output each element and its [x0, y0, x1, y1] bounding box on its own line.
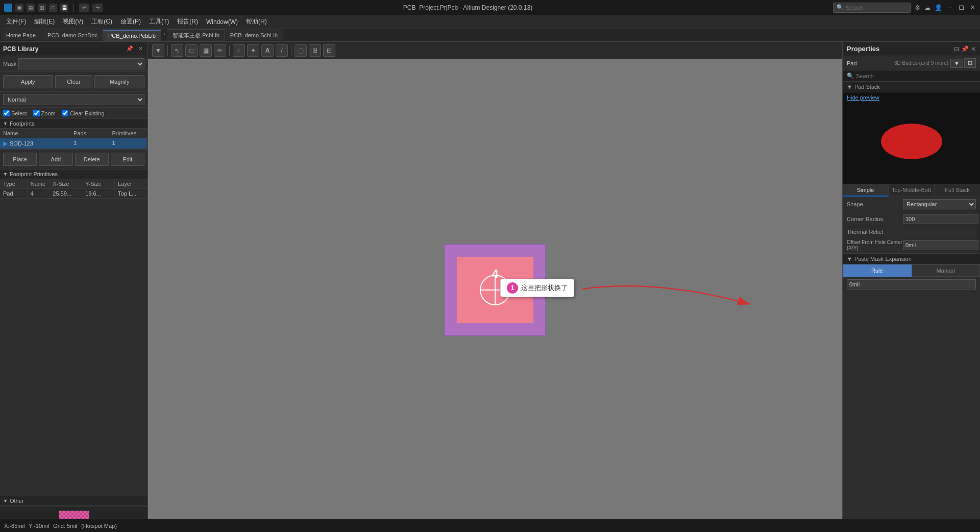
rule-tab[interactable]: Rule: [843, 264, 912, 277]
filter-btn[interactable]: ▼: [152, 44, 164, 57]
corner-radius-input[interactable]: [903, 214, 978, 224]
menu-view[interactable]: 视图(V): [59, 16, 87, 28]
check-btn[interactable]: ⬚: [295, 44, 307, 57]
offset-x-input[interactable]: [903, 240, 978, 250]
panel-header: PCB Library 📌 ✕: [0, 42, 148, 56]
tab-home-page[interactable]: Home Page: [0, 30, 42, 40]
footprints-arrow: ▼: [3, 121, 8, 126]
clear-existing-label[interactable]: Clear Existing: [62, 110, 105, 116]
row-name: SOD-123: [10, 140, 33, 147]
menu-window[interactable]: Window(W): [202, 17, 242, 27]
status-bar: X:-85mil Y:-10mil Grid: 5mil (Hotspot Ma…: [0, 519, 980, 532]
magnify-button[interactable]: Magnify: [94, 75, 144, 88]
place-button[interactable]: Place: [3, 153, 37, 166]
prop-expand-btn[interactable]: ⊟: [964, 58, 976, 68]
paste-mask-arrow: ▼: [847, 256, 852, 262]
taskbar-icon-2[interactable]: ▤: [27, 4, 35, 12]
line-btn[interactable]: /: [276, 44, 288, 57]
footprint-action-buttons: Place Add Delete Edit: [0, 149, 148, 170]
hide-preview-link[interactable]: Hide preview: [847, 94, 879, 101]
menu-edit[interactable]: 编辑(E): [30, 16, 59, 28]
select-checkbox[interactable]: [3, 110, 10, 116]
apply-button[interactable]: Apply: [3, 75, 53, 88]
table-row[interactable]: ▶ SOD-123 1 1: [0, 138, 148, 149]
mask-dropdown[interactable]: [18, 58, 144, 69]
col-primitives[interactable]: Primitives: [109, 129, 148, 138]
col-pads[interactable]: Pads: [70, 129, 109, 138]
star-btn[interactable]: ✦: [247, 44, 259, 57]
user-icon[interactable]: 👤: [935, 4, 942, 11]
chart-btn[interactable]: ▦: [200, 44, 212, 57]
paste-mask-input[interactable]: [847, 279, 976, 289]
tab-pcb-schdoc[interactable]: PCB_demo.SchDoc: [42, 30, 103, 40]
footprints-table-header: Name Pads Primitives: [0, 129, 148, 138]
left-panel: PCB Library 📌 ✕ Mask Apply Clear Magnify…: [0, 42, 148, 532]
prop-filter-btn[interactable]: ▼: [950, 59, 963, 68]
tab-pcb-schlib[interactable]: PCB_demo.SchLib: [225, 30, 283, 40]
edit-button[interactable]: Edit: [111, 153, 144, 166]
footprints-section-header[interactable]: ▼ Footprints: [0, 119, 148, 129]
rectangle-btn[interactable]: □: [185, 44, 198, 57]
zoom-checkbox[interactable]: [33, 110, 40, 116]
preview-oval: [881, 124, 942, 159]
taskbar-icon-1[interactable]: ▣: [15, 4, 23, 12]
prim-table-header: Type Name X-Size Y-Size Layer: [0, 179, 148, 189]
taskbar-icon-3[interactable]: ▥: [38, 4, 46, 12]
select-checkbox-label[interactable]: Select: [3, 110, 27, 116]
restore-btn[interactable]: ⧠: [958, 4, 965, 11]
taskbar-icon-5[interactable]: 💾: [60, 4, 68, 12]
paste-mask-header[interactable]: ▼ Paste Mask Expansion: [843, 253, 980, 264]
view-btn[interactable]: ⊟: [323, 44, 335, 57]
settings-icon[interactable]: ⚙: [915, 4, 920, 11]
manual-tab[interactable]: Manual: [912, 264, 981, 277]
redo-btn[interactable]: ↪: [92, 4, 103, 12]
col-name[interactable]: Name: [0, 129, 70, 138]
app-icon: [4, 4, 12, 12]
panel-pin-icon[interactable]: 📌: [125, 45, 135, 53]
tab-smart-car[interactable]: 智能车主板.PcbLib: [167, 29, 225, 41]
tab-top-middle-bott[interactable]: Top-Middle-Bott: [889, 184, 935, 197]
other-section-header[interactable]: ▼ Other: [0, 496, 148, 506]
grid-btn[interactable]: ⊞: [309, 44, 321, 57]
title-search-input[interactable]: [846, 5, 907, 11]
checkboxes-row: Select Zoom Clear Existing: [0, 108, 148, 119]
offset-row: Offset From Hole Center (X/Y): [843, 237, 980, 253]
delete-button[interactable]: Delete: [75, 153, 109, 166]
undo-btn[interactable]: ↩: [79, 4, 89, 12]
tab-simple[interactable]: Simple: [843, 184, 889, 197]
properties-filter-icon[interactable]: ⊟: [954, 45, 959, 53]
zoom-checkbox-label[interactable]: Zoom: [33, 110, 56, 116]
primitives-section-header[interactable]: ▼ Footprint Primitives: [0, 170, 148, 179]
menu-tools[interactable]: 工具(T): [145, 16, 173, 28]
normal-dropdown[interactable]: Normal: [3, 94, 144, 105]
properties-pin-icon[interactable]: 📌: [961, 45, 969, 53]
clear-existing-checkbox[interactable]: [62, 110, 68, 116]
prim-row[interactable]: Pad 4 25.59... 19.6... Top L...: [0, 189, 148, 199]
clear-button[interactable]: Clear: [55, 75, 93, 88]
menu-reports[interactable]: 报告(R): [173, 16, 202, 28]
tab-pcb-pcblib[interactable]: PCB_demo.PcbLib *: [103, 30, 167, 41]
taskbar-icon-4[interactable]: 🗀: [49, 4, 57, 12]
add-button[interactable]: Add: [39, 153, 72, 166]
close-btn[interactable]: ✕: [969, 4, 976, 11]
menu-file[interactable]: 文件(F): [2, 16, 30, 28]
minimize-btn[interactable]: ─: [946, 4, 953, 11]
cloud-icon[interactable]: ☁: [924, 4, 930, 11]
tab-full-stack[interactable]: Full Stack: [935, 184, 980, 197]
menu-help[interactable]: 帮助(H): [242, 16, 271, 28]
text-btn[interactable]: A: [261, 44, 274, 57]
status-hotspot: (Hotspot Map): [81, 523, 117, 529]
pad-stack-header[interactable]: ▼ Pad Stack: [843, 82, 980, 92]
panel-close-icon[interactable]: ✕: [137, 45, 144, 53]
brush-btn[interactable]: ✏: [214, 44, 226, 57]
menu-place[interactable]: 放置(P): [116, 16, 145, 28]
prop-search-input[interactable]: [856, 73, 976, 79]
properties-close-icon[interactable]: ✕: [971, 45, 976, 53]
shape-dropdown[interactable]: Rectangular: [903, 199, 976, 209]
canvas-area[interactable]: 4 1 这里把形状换了: [148, 59, 842, 521]
menu-project[interactable]: 工程(C): [87, 16, 116, 28]
title-search-box[interactable]: 🔍: [833, 3, 911, 13]
circle-btn[interactable]: ○: [233, 44, 245, 57]
cursor-btn[interactable]: ↖: [171, 44, 183, 57]
preview-area: Hide preview: [843, 92, 980, 184]
